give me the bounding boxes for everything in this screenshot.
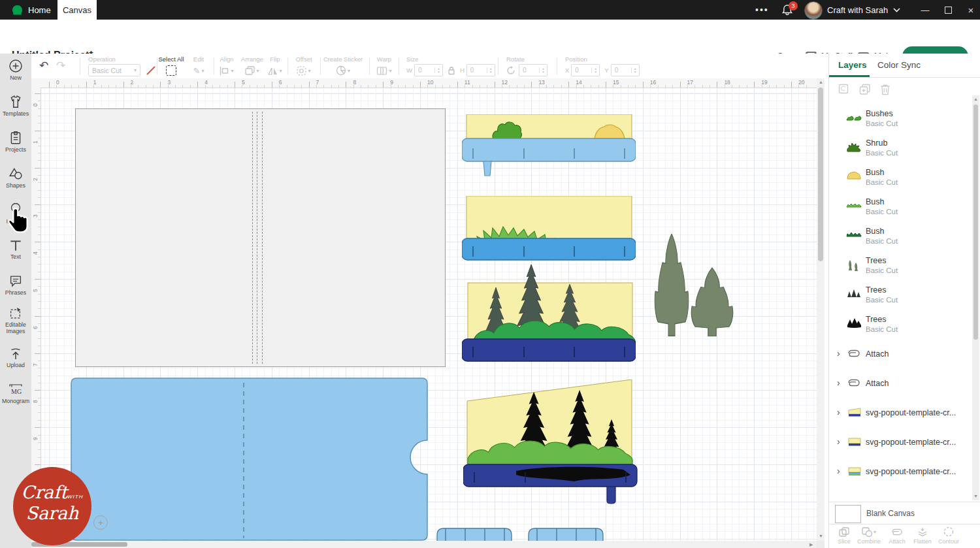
design-canvas[interactable]: 01234567891011121314151617181920 0123456…: [31, 78, 828, 548]
chevron-right-icon[interactable]: ›: [837, 348, 840, 359]
project-header: Untitled Project* Save My Stuff Maker Ma…: [0, 20, 980, 54]
operation-select[interactable]: Basic Cut▾: [88, 64, 140, 76]
window-minimize-button[interactable]: —: [919, 0, 932, 20]
canvas-object-popout-shelf-3[interactable]: [462, 265, 636, 363]
select-similar-icon[interactable]: [838, 84, 850, 95]
layer-row-bush-light[interactable]: Bush Basic Cut: [829, 194, 970, 223]
tab-color-sync[interactable]: Color Sync: [877, 60, 921, 70]
canvas-tab[interactable]: Canvas: [57, 0, 97, 20]
sidebar-item-new[interactable]: New: [0, 59, 31, 81]
scroll-right-arrow[interactable]: ▶: [809, 542, 813, 547]
sidebar-item-phrases[interactable]: Phrases: [0, 275, 31, 296]
chevron-right-icon[interactable]: ›: [837, 378, 840, 388]
layer-group-svg-template[interactable]: › svg-popout-template-cr...: [829, 459, 970, 488]
chevron-right-icon[interactable]: ›: [837, 466, 840, 476]
lock-icon[interactable]: [448, 66, 455, 75]
flip-button[interactable]: Flip ▾: [265, 56, 285, 77]
sidebar-label: Editable Images: [0, 321, 31, 334]
layer-row-trees-dark[interactable]: Trees Basic Cut: [829, 282, 970, 312]
canvas-horizontal-scrollbar[interactable]: ▶: [31, 541, 817, 548]
contour-button[interactable]: Contour: [935, 526, 962, 545]
combine-button[interactable]: ▾ Combine: [855, 526, 883, 545]
blank-canvas-row[interactable]: Blank Canvas: [829, 502, 980, 524]
warp-button[interactable]: Warp ▾: [371, 56, 397, 77]
edit-button[interactable]: Edit ✎▾: [187, 56, 210, 77]
y-stepper[interactable]: ▲▼: [631, 67, 639, 73]
sidebar-item-templates[interactable]: Templates: [0, 95, 31, 117]
height-stepper[interactable]: ▲▼: [487, 67, 495, 73]
sidebar-item-monogram[interactable]: MG Monogram: [0, 383, 31, 404]
scroll-up-arrow[interactable]: ▲: [973, 97, 978, 101]
trash-icon[interactable]: [880, 84, 890, 95]
rotate-stepper[interactable]: ▲▼: [539, 67, 547, 73]
scroll-up-arrow[interactable]: ▲: [819, 80, 823, 84]
group-name: Attach: [866, 379, 889, 388]
layer-row-shrub[interactable]: Shrub Basic Cut: [829, 135, 970, 165]
rotate-field[interactable]: 0▲▼: [519, 64, 547, 76]
layer-row-bushes[interactable]: Bushes Basic Cut: [829, 106, 970, 135]
select-all-button[interactable]: Select All: [155, 56, 187, 77]
canvas-object-partial-shelf[interactable]: [436, 528, 512, 541]
create-sticker-button[interactable]: Create Sticker ▾: [320, 56, 366, 77]
sidebar-item-text[interactable]: Text: [0, 239, 31, 260]
scroll-down-arrow[interactable]: ▼: [819, 534, 823, 538]
slice-icon: [839, 527, 849, 537]
layer-row-bush-yellow[interactable]: Bush Basic Cut: [829, 165, 970, 194]
attach-button[interactable]: Attach: [885, 526, 909, 545]
layer-group-attach[interactable]: › Attach: [829, 341, 970, 370]
slice-button[interactable]: Slice: [834, 526, 854, 545]
trees-thumbnail: [846, 259, 860, 272]
cricut-design-space-window: Home Canvas ••• 3 Craft with Sarah — × U…: [0, 0, 980, 548]
position-y-field[interactable]: 0▲▼: [611, 64, 640, 76]
blank-canvas-swatch[interactable]: [835, 505, 861, 523]
width-field[interactable]: 0▲▼: [414, 64, 443, 76]
align-button[interactable]: Align ▾: [214, 56, 239, 77]
canvas-object-card-template[interactable]: [75, 108, 446, 367]
canvas-object-card-base[interactable]: [71, 378, 428, 541]
duplicate-icon[interactable]: [859, 84, 871, 95]
arrange-button[interactable]: Arrange ▾: [238, 56, 267, 77]
window-close-button[interactable]: ×: [964, 0, 977, 20]
home-tab[interactable]: Home: [0, 0, 63, 20]
canvas-object-popout-shelf-2[interactable]: [462, 196, 636, 261]
offset-button[interactable]: Offset ▾: [290, 56, 318, 77]
chevron-right-icon[interactable]: ›: [837, 436, 840, 447]
account-menu[interactable]: Craft with Sarah: [827, 0, 900, 20]
more-menu-button[interactable]: •••: [755, 0, 769, 20]
scrollbar-thumb[interactable]: [818, 88, 823, 261]
canvas-object-trees[interactable]: [652, 234, 737, 338]
canvas-object-partial-shelf[interactable]: [528, 528, 604, 541]
zoom-in-button[interactable]: +: [93, 515, 108, 530]
tab-layers[interactable]: Layers: [838, 60, 867, 70]
layers-scrollbar[interactable]: ▲ ▼: [972, 95, 979, 500]
layer-group-svg-template[interactable]: › svg-popout-template-cr...: [829, 400, 970, 429]
undo-button[interactable]: ↶: [39, 59, 48, 73]
layer-group-svg-template[interactable]: › svg-popout-template-cr...: [829, 429, 970, 459]
layer-row-trees-black[interactable]: Trees Basic Cut: [829, 312, 970, 341]
sidebar-item-projects[interactable]: Projects: [0, 131, 31, 153]
scroll-down-arrow[interactable]: ▼: [973, 494, 978, 498]
sidebar-item-shapes[interactable]: Shapes: [0, 167, 31, 189]
canvas-object-popout-shelf-1[interactable]: [462, 114, 636, 180]
height-field[interactable]: 0▲▼: [466, 64, 495, 76]
window-maximize-button[interactable]: [941, 0, 955, 20]
divider: [287, 57, 288, 74]
paperclip-icon: [847, 349, 860, 358]
position-x-field[interactable]: 0▲▼: [571, 64, 600, 76]
layer-row-bush-dark[interactable]: Bush Basic Cut: [829, 223, 970, 253]
chevron-right-icon[interactable]: ›: [837, 407, 840, 417]
align-label: Align: [214, 56, 239, 64]
sidebar-item-editable-images[interactable]: Editable Images: [0, 307, 31, 334]
flatten-button[interactable]: Flatten: [910, 526, 935, 545]
layer-group-attach[interactable]: › Attach: [829, 370, 970, 400]
scrollbar-thumb[interactable]: [973, 105, 978, 340]
layer-row-trees-sage[interactable]: Trees Basic Cut: [829, 253, 970, 282]
width-stepper[interactable]: ▲▼: [434, 67, 442, 73]
avatar[interactable]: [804, 1, 823, 20]
canvas-object-popout-shelf-4[interactable]: [463, 379, 640, 505]
x-stepper[interactable]: ▲▼: [591, 67, 599, 73]
canvas-vertical-scrollbar[interactable]: ▲ ▼: [817, 78, 825, 541]
redo-button[interactable]: ↷: [56, 59, 65, 73]
ruler-number: 0: [56, 79, 59, 86]
sidebar-item-upload[interactable]: Upload: [0, 347, 31, 368]
